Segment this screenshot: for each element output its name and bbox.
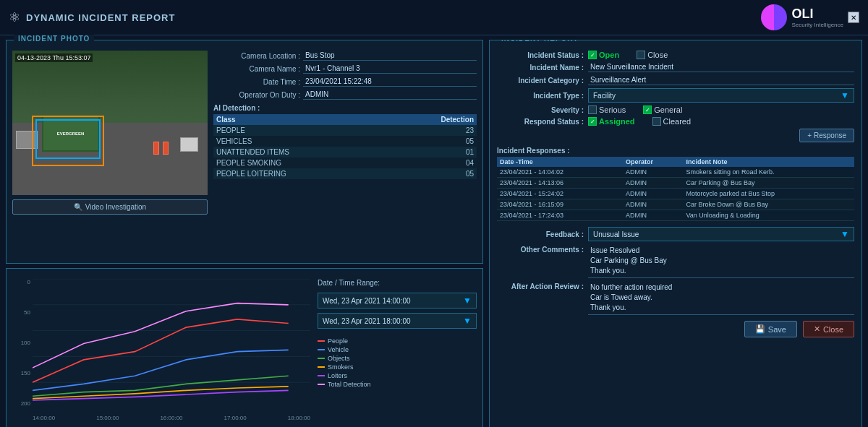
severity-serious-checkbox[interactable] (588, 105, 597, 114)
severity-general-checkbox[interactable]: ✓ (643, 105, 652, 114)
respond-cleared-group[interactable]: Cleared (652, 117, 692, 126)
plus-icon: + (807, 131, 812, 139)
legend-item: Objects (318, 355, 477, 362)
cam-detection-box-blue (35, 119, 101, 159)
detection-class-cell: VEHICLES (213, 136, 390, 147)
camera-name-label: Camera Name : (213, 65, 300, 73)
legend-color-dot (318, 366, 325, 368)
camera-location-row: Camera Location : Bus Stop (213, 51, 477, 61)
responses-note-cell: Car Parking @ Bus Bay (683, 178, 854, 189)
main-content: INCIDENT PHOTO EVERGREEN (0, 35, 868, 427)
x-label-1500: 15:00:00 (96, 415, 119, 421)
close-report-label: Close (823, 325, 843, 334)
detection-count-cell: 05 (390, 168, 477, 179)
cam-timestamp: 04-13-2023 Thu 15:53:07 (15, 53, 93, 62)
respond-cleared-label: Cleared (663, 117, 692, 126)
ai-detection-title: AI Detection : (213, 104, 477, 112)
cam-person1 (163, 142, 169, 155)
company-logo: OLI Security Intelligence ✕ (761, 4, 859, 30)
responses-operator-cell: ADMIN (623, 199, 683, 210)
y-label-200: 200 (12, 400, 30, 407)
responses-table-row: 23/04/2021 - 16:15:09ADMINCar Broke Down… (497, 199, 854, 210)
respond-cleared-checkbox[interactable] (652, 117, 661, 126)
legend-color-dot (318, 358, 325, 359)
add-response-button[interactable]: + Response (799, 129, 854, 142)
x-label-1600: 16:00:00 (160, 415, 182, 421)
responses-datetime-header: Date -Time (497, 157, 623, 167)
datetime-from-dropdown[interactable]: Wed, 23 Apr 2021 14:00:00 ▼ (318, 293, 477, 309)
status-open-label: Open (599, 51, 619, 59)
y-label-150: 150 (12, 370, 30, 376)
severity-row: Severity : Serious ✓ General (497, 105, 854, 114)
save-button[interactable]: 💾 Save (744, 321, 797, 337)
video-investigation-button[interactable]: 🔍 Video Investigation (12, 199, 208, 215)
logo-subtitle: Security Intelligence (791, 22, 843, 28)
responses-datetime-cell: 23/04/2021 - 16:15:09 (497, 199, 623, 210)
camera-image-container: EVERGREEN 04-13-2023 Thu 15:53:07 (12, 51, 208, 215)
x-label-1700: 17:00:00 (224, 415, 247, 421)
cam-person2 (153, 142, 159, 155)
detection-table-row: PEOPLE SMOKING04 (213, 158, 477, 168)
status-open-group[interactable]: ✓ Open (588, 51, 619, 59)
incident-category-row: Incident Category : (497, 75, 854, 85)
legend-label: Loiters (328, 372, 347, 379)
operator-row: Operator On Duty : ADMIN (213, 90, 477, 100)
severity-general-label: General (654, 105, 682, 114)
incident-name-input[interactable] (588, 62, 854, 72)
after-action-row: After Action Review : No further action … (497, 281, 854, 315)
responses-note-header: Incident Note (683, 157, 854, 167)
severity-serious-group[interactable]: Serious (588, 105, 626, 114)
responses-table-row: 23/04/2021 - 14:04:02ADMINSmokers sittin… (497, 167, 854, 178)
legend-color-dot (318, 340, 325, 342)
datetime-to-dropdown[interactable]: Wed, 23 Apr 2021 18:00:00 ▼ (318, 313, 477, 329)
legend-label: Total Detection (328, 381, 371, 388)
responses-datetime-cell: 23/04/2021 - 14:13:06 (497, 178, 623, 189)
legend-label: Smokers (328, 363, 354, 371)
legend-item: Smokers (318, 363, 477, 371)
dropdown-arrow-from-icon: ▼ (463, 296, 472, 306)
detection-class-header: Class (213, 114, 390, 125)
x-axis-labels: 14:00:00 15:00:00 16:00:00 17:00:00 18:0… (33, 415, 310, 421)
close-report-button[interactable]: ✕ Close (803, 321, 854, 337)
severity-general-group[interactable]: ✓ General (643, 105, 682, 114)
x-label-1800: 18:00:00 (288, 415, 310, 421)
detection-count-header: Detection (390, 114, 477, 125)
severity-options: Serious ✓ General (588, 105, 682, 114)
respond-assigned-group[interactable]: ✓ Assigned (588, 117, 635, 126)
detection-table-row: PEOPLE LOITERING05 (213, 168, 477, 179)
incident-category-input[interactable] (588, 75, 854, 85)
date-time-value: 23/04/2021 15:22:48 (303, 77, 477, 87)
left-panel: INCIDENT PHOTO EVERGREEN (6, 40, 483, 427)
camera-location-label: Camera Location : (213, 52, 300, 60)
incident-report-panel: INCIDENT REPORT Incident Status : ✓ Open… (489, 40, 862, 427)
header-left: ⚛ DYNAMIC INCIDENT REPORT (9, 9, 175, 25)
feedback-dropdown[interactable]: Unusual Issue ▼ (588, 227, 854, 241)
feedback-dropdown-arrow-icon: ▼ (841, 229, 849, 239)
status-close-group[interactable]: Close (637, 51, 668, 59)
responses-note-cell: Smokers sitting on Road Kerb. (683, 167, 854, 178)
legend-label: Vehicle (328, 346, 349, 353)
incident-name-row: Incident Name : (497, 62, 854, 72)
detection-class-cell: PEOPLE LOITERING (213, 168, 390, 179)
incident-type-dropdown[interactable]: Facility ▼ (588, 88, 854, 103)
window-close-button[interactable]: ✕ (848, 12, 859, 23)
other-comments-value[interactable]: Issue ResolvedCar Parking @ Bus BayThank… (588, 244, 854, 278)
feedback-row: Feedback : Unusual Issue ▼ (497, 227, 854, 241)
incident-category-label: Incident Category : (497, 77, 584, 85)
incident-type-label: Incident Type : (497, 92, 584, 100)
incident-type-row: Incident Type : Facility ▼ (497, 88, 854, 103)
respond-status-label: Respond Status : (497, 118, 584, 126)
legend-label: People (328, 337, 348, 345)
cam-vehicle3 (180, 137, 198, 152)
status-open-checkbox[interactable]: ✓ (588, 51, 597, 59)
status-close-checkbox[interactable] (637, 51, 645, 59)
after-action-value[interactable]: No further action requiredCar is Towed a… (588, 281, 854, 315)
datetime-to-value: Wed, 23 Apr 2021 18:00:00 (323, 317, 411, 325)
after-action-label: After Action Review : (497, 281, 584, 290)
detection-class-cell: UNATTENDED ITEMS (213, 147, 390, 158)
respond-assigned-checkbox[interactable]: ✓ (588, 117, 597, 126)
other-comments-row: Other Comments : Issue ResolvedCar Parki… (497, 244, 854, 278)
date-time-row: Date Time : 23/04/2021 15:22:48 (213, 77, 477, 87)
datetime-from-value: Wed, 23 Apr 2021 14:00:00 (323, 297, 411, 305)
legend-label: Objects (328, 355, 350, 362)
